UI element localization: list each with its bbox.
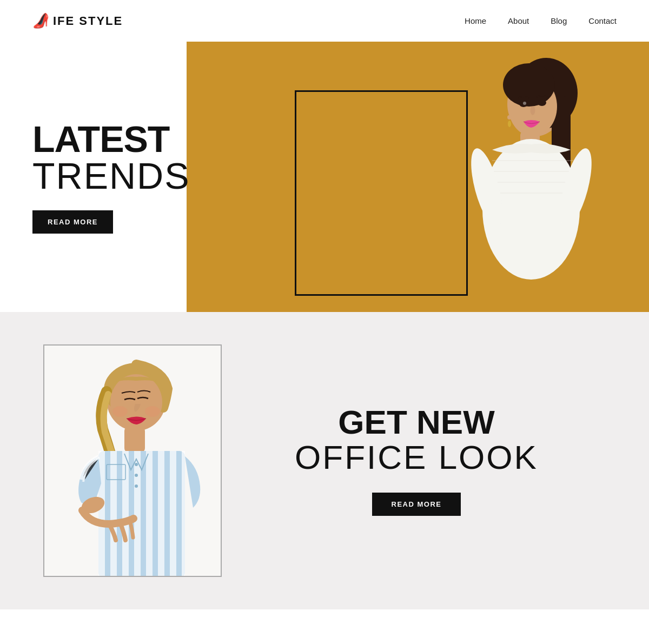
svg-point-14 [538, 99, 546, 106]
section2-read-more-button[interactable]: READ MORE [372, 493, 461, 516]
hero-title-bold: LATEST [32, 121, 154, 157]
svg-point-38 [145, 406, 160, 417]
svg-rect-25 [110, 451, 117, 577]
svg-rect-31 [182, 451, 185, 577]
hero-image-area [187, 42, 649, 312]
section2-title-bold: GET NEW [338, 406, 494, 439]
hero-read-more-button[interactable]: READ MORE [32, 210, 113, 234]
logo[interactable]: 👠 IFE STYLE [32, 12, 123, 29]
svg-point-34 [135, 484, 138, 488]
svg-point-33 [135, 474, 138, 477]
section2-frame [43, 344, 222, 577]
section2-title-light: OFFICE LOOK [295, 439, 538, 476]
svg-rect-29 [158, 451, 164, 577]
svg-rect-22 [124, 427, 145, 453]
hero-section: LATEST TRENDS READ MORE [0, 42, 649, 312]
svg-point-17 [508, 121, 511, 127]
svg-rect-30 [170, 451, 176, 577]
svg-point-4 [503, 63, 555, 107]
main-nav: Home About Blog Contact [465, 16, 617, 25]
svg-rect-27 [134, 451, 141, 577]
hero-text-area: LATEST TRENDS READ MORE [0, 42, 187, 312]
svg-point-37 [112, 406, 128, 417]
nav-blog[interactable]: Blog [551, 16, 567, 25]
section2-text-area: GET NEW OFFICE LOOK READ MORE [227, 406, 606, 515]
svg-point-32 [135, 463, 138, 466]
hero-woman-image [384, 42, 627, 312]
logo-text: IFE STYLE [53, 14, 123, 28]
hero-title-light: TRENDS [32, 157, 154, 194]
svg-rect-28 [146, 451, 153, 577]
svg-point-16 [507, 115, 512, 119]
nav-home[interactable]: Home [465, 16, 486, 25]
svg-point-15 [523, 102, 526, 105]
section2-woman-image [44, 346, 221, 576]
nav-about[interactable]: About [508, 16, 529, 25]
nav-contact[interactable]: Contact [588, 16, 617, 25]
section2: GET NEW OFFICE LOOK READ MORE [0, 312, 649, 609]
site-header: 👠 IFE STYLE Home About Blog Contact [0, 0, 649, 42]
heel-icon: 👠 [32, 12, 50, 29]
section2-image-area [43, 344, 227, 577]
